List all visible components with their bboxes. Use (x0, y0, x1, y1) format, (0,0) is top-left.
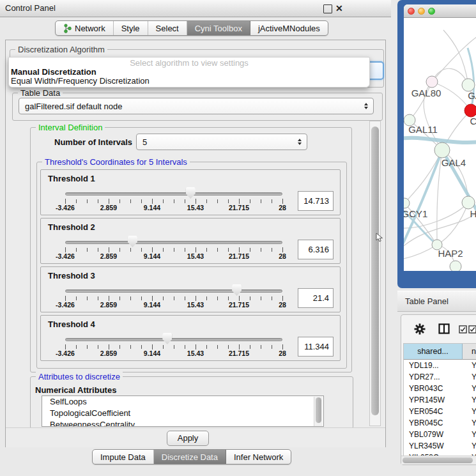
tab-jactivemnodules[interactable]: jActiveMNodules (250, 21, 328, 35)
tick-label: 28 (263, 349, 302, 357)
minor-tick (206, 296, 207, 300)
slider-thumb[interactable] (186, 187, 196, 199)
tab-cyni-toolbox[interactable]: Cyni Toolbox (187, 21, 250, 35)
major-tick (65, 247, 66, 252)
tick-label: 15.43 (176, 252, 215, 260)
attribute-item-topologicalcoefficient[interactable]: TopologicalCoefficient (42, 408, 323, 419)
tab-network[interactable]: Network (56, 21, 114, 35)
minor-tick (98, 248, 98, 252)
minor-tick (76, 199, 77, 203)
minor-tick (119, 199, 120, 203)
table-panel-titlebar: Table Panel (397, 291, 476, 312)
cell-shared-name: YBR043C (404, 383, 463, 394)
threshold-value-field[interactable]: 6.316 (298, 240, 334, 259)
table-row[interactable]: YBR043CYBR0 (404, 383, 476, 394)
slider-track[interactable] (65, 241, 282, 244)
minimize-traffic-light-icon[interactable] (418, 8, 425, 15)
threshold-value-field[interactable]: 11.344 (298, 337, 334, 357)
network-node[interactable] (434, 142, 450, 158)
table-row[interactable]: YDR27...YDR2 (404, 371, 476, 383)
network-node[interactable] (450, 261, 461, 271)
major-tick (152, 247, 153, 252)
tab-label: Network (75, 24, 105, 33)
table-hscrollbar-thumb[interactable] (403, 457, 473, 463)
tick-label: 9.144 (133, 301, 171, 309)
table-data-label: Table Data (18, 88, 63, 98)
slider-thumb[interactable] (162, 333, 172, 344)
slider-track[interactable] (65, 192, 282, 196)
cell-shared-name: YDL19... (404, 360, 463, 371)
table-row[interactable]: YER054CYER0 (404, 406, 476, 417)
tab-select[interactable]: Select (148, 21, 187, 35)
settings-scrollbar-thumb[interactable] (371, 127, 379, 415)
node-label-gal11: GAL11 (408, 124, 438, 135)
network-node[interactable] (462, 196, 475, 209)
table-rows: YDL19...YDL1YDR27...YDR2YBR043CYBR0YPR14… (404, 360, 476, 458)
minor-tick (87, 345, 88, 349)
close-traffic-light-icon[interactable] (408, 8, 415, 15)
apply-button[interactable]: Apply (167, 431, 209, 446)
tab-discretize-data[interactable]: Discretize Data (154, 450, 226, 464)
minor-tick (185, 199, 185, 203)
minor-tick (98, 199, 98, 203)
attribute-item-selfloops[interactable]: SelfLoops (42, 396, 323, 408)
table-row[interactable]: YLR345WYLR3 (404, 440, 476, 452)
numerical-attributes-list[interactable]: SelfLoopsTopologicalCoefficientBetweenne… (42, 395, 324, 427)
float-window-icon[interactable] (323, 4, 332, 13)
tick-label: 9.144 (133, 204, 171, 211)
minor-tick (261, 296, 261, 300)
table-data-combobox[interactable]: galFiltered.sif default node (19, 98, 374, 114)
table-row[interactable]: YBL079WYBL0 (404, 429, 476, 440)
table-row[interactable]: YPR145WYPR1 (404, 394, 476, 406)
dropdown-item-equal-width-frequency[interactable]: Equal Width/Frequency Discretization (9, 77, 369, 86)
slider-thumb[interactable] (128, 236, 137, 247)
settings-scrollbar[interactable] (369, 121, 381, 426)
node-label-h: H (470, 208, 476, 219)
cell-shared-name: YER054C (404, 406, 463, 417)
node-label-gcy1: GCY1 (404, 208, 427, 219)
split-columns-icon[interactable] (438, 323, 450, 334)
table-horizontal-scrollbar[interactable] (401, 456, 476, 464)
column-header-name[interactable]: na (463, 344, 476, 360)
attributes-scrollbar-thumb[interactable] (316, 397, 321, 423)
column-header-shared-name[interactable]: shared... (404, 344, 463, 360)
slider-track[interactable] (65, 289, 282, 293)
tab-infer-network[interactable]: Infer Network (226, 450, 291, 464)
tick-label: -3.426 (46, 252, 84, 260)
table-row[interactable]: YBR045CYBR0 (404, 417, 476, 429)
minor-tick (130, 345, 131, 349)
network-nodes[interactable] (404, 76, 476, 271)
slider-track[interactable] (65, 338, 282, 341)
attributes-scrollbar[interactable] (314, 397, 323, 426)
network-node-selected[interactable] (464, 104, 476, 117)
node-label-gal80: GAL80 (411, 88, 441, 98)
gear-icon[interactable] (414, 323, 426, 335)
cell-shared-name: YDR27... (404, 371, 463, 383)
threshold-value-field[interactable]: 21.4 (298, 288, 334, 308)
combo-stepper-icon (298, 139, 302, 145)
major-tick (239, 344, 240, 349)
dropdown-placeholder-item[interactable]: Select algorithm to view settings (9, 58, 369, 68)
tab-impute-data[interactable]: Impute Data (93, 450, 154, 464)
slider-thumb[interactable] (232, 284, 242, 296)
dropdown-item-manual-discretization[interactable]: Manual Discretization (9, 68, 369, 77)
network-node[interactable] (404, 198, 410, 208)
network-node[interactable] (462, 79, 475, 91)
major-tick (239, 247, 240, 252)
minor-tick (185, 296, 185, 300)
minor-tick (163, 199, 164, 203)
number-of-intervals-combobox[interactable]: 5 (136, 134, 307, 150)
checkbox-icon[interactable] (459, 325, 467, 334)
network-canvas[interactable]: GAL80GAGAL11CGAL4GCY1HHAP2 (404, 17, 476, 271)
tab-style[interactable]: Style (114, 21, 148, 35)
network-window-titlebar[interactable] (404, 4, 476, 18)
checkbox-icon[interactable] (468, 325, 476, 334)
close-icon[interactable]: ✕ (335, 2, 343, 15)
table-row[interactable]: YDL19...YDL1 (404, 360, 476, 371)
cell-name: YBR0 (463, 417, 476, 429)
attribute-item-betweennesscentrality[interactable]: BetweennessCentrality (42, 419, 323, 427)
network-node[interactable] (426, 76, 438, 88)
zoom-traffic-light-icon[interactable] (428, 8, 435, 15)
threshold-value-field[interactable]: 14.713 (298, 191, 334, 211)
cell-name: YBR0 (463, 383, 476, 394)
